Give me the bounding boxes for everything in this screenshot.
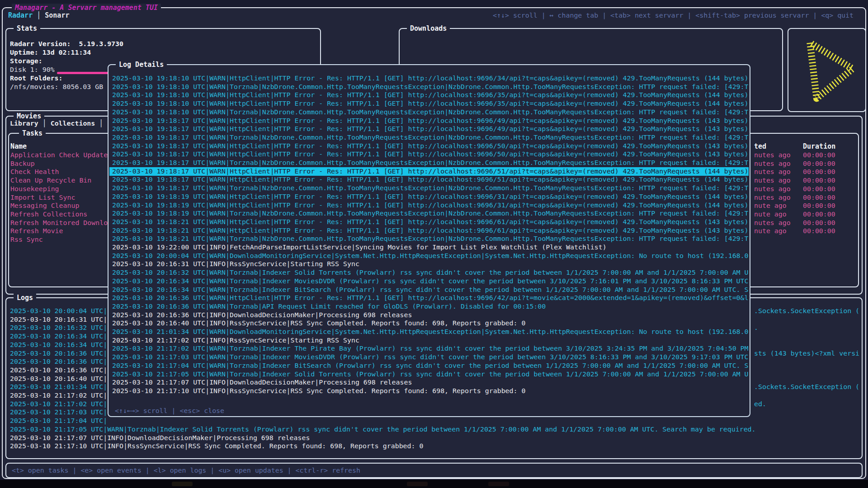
log-detail-row[interactable]: 2025-03-10 21:17:04 UTC|WARN|Torznab|Ind… <box>112 361 748 370</box>
log-row[interactable]: 2025-03-10 20:16:40 UTC| <box>10 375 107 383</box>
taskbar-glow-icon <box>407 482 428 486</box>
stats-panel-title: Stats <box>14 24 40 33</box>
log-detail-row[interactable]: 2025-03-10 19:18:17 UTC|WARN|Torznab|Nzb… <box>112 133 748 142</box>
log-detail-row[interactable]: 2025-03-10 20:16:36 UTC|WARN|HttpClient|… <box>112 294 748 302</box>
log-row[interactable]: 2025-03-10 21:17:03 UTC| <box>10 408 107 417</box>
downloads-panel-title: Downloads <box>407 24 450 33</box>
stats-row: /nfs/movies: 8056.03 GB f <box>10 83 111 91</box>
log-detail-row[interactable]: 2025-03-10 20:16:40 UTC|INFO|RssSyncServ… <box>112 319 748 328</box>
log-row[interactable]: 2025-03-10 20:16:31 UTC| <box>10 315 107 324</box>
log-detail-row[interactable]: 2025-03-10 19:18:17 UTC|WARN|HttpClient|… <box>112 175 748 184</box>
log-detail-row[interactable]: 2025-03-10 20:16:34 UTC|WARN|Torznab|Ind… <box>112 286 748 294</box>
task-row[interactable]: Refresh Collections <box>10 210 87 219</box>
log-detail-row[interactable]: 2025-03-10 21:01:34 UTC|WARN|DownloadMon… <box>112 328 748 336</box>
tab-collections[interactable]: Collections <box>51 119 95 127</box>
task-duration-value: 00:00:00 <box>803 185 835 193</box>
log-row[interactable]: 2025-03-10 20:16:36 UTC| <box>10 349 107 358</box>
log-detail-row[interactable]: 2025-03-10 19:18:19 UTC|WARN|HttpClient|… <box>112 192 748 201</box>
stats-row: Disk 1: 90% <box>10 66 55 74</box>
task-last-executed-value: nutes ago <box>754 168 791 176</box>
log-row[interactable]: 2025-03-10 20:16:36 UTC| <box>10 366 107 375</box>
log-detail-row[interactable]: 2025-03-10 19:18:17 UTC|WARN|HttpClient|… <box>112 117 748 125</box>
log-detail-row[interactable]: 2025-03-10 20:16:36 UTC|INFO|DownloadDec… <box>112 311 748 319</box>
log-row[interactable]: 2025-03-10 21:17:10 UTC|INFO|RssSyncServ… <box>10 442 423 450</box>
managarr-logo-triangle-icon <box>794 33 862 106</box>
task-row[interactable]: Refresh Monitored Downloads <box>10 219 120 227</box>
task-row[interactable]: Messaging Cleanup <box>10 202 79 210</box>
tab-radarr[interactable]: Radarr <box>8 11 33 19</box>
terminal-window: Managarr - A Servarr management TUI Rada… <box>2 7 866 479</box>
tab-sonarr[interactable]: Sonarr <box>45 11 69 19</box>
log-detail-row[interactable]: 2025-03-10 19:18:19 UTC|WARN|HttpClient|… <box>112 201 748 210</box>
tasks-last-executed-header: ted <box>754 142 766 151</box>
log-detail-row[interactable]: 2025-03-10 19:22:00 UTC|INFO|FetchAndPar… <box>112 243 748 252</box>
task-last-executed-value: nute ago <box>754 210 787 219</box>
log-detail-row[interactable]: 2025-03-10 19:18:17 UTC|WARN|Torznab|Nzb… <box>112 159 748 167</box>
tab-separator <box>41 11 45 19</box>
taskbar-glow-icon <box>172 482 193 486</box>
stats-row: Radarr Version: 5.19.3.9730 <box>10 40 123 48</box>
task-duration-value: 00:00:00 <box>803 202 835 210</box>
log-detail-row[interactable]: 2025-03-10 19:18:21 UTC|WARN|HttpClient|… <box>112 218 748 226</box>
movies-tab-bar: Library │ Collections │ <box>10 119 103 128</box>
log-row[interactable]: 2025-03-10 21:17:07 UTC|INFO|DownloadDec… <box>10 434 310 442</box>
task-row[interactable]: Refresh Movie <box>10 227 63 235</box>
tab-library[interactable]: Library <box>10 119 38 127</box>
log-detail-row[interactable]: 2025-03-10 19:18:10 UTC|WARN|HttpClient|… <box>112 91 748 99</box>
header-keybinds: <↑↓> scroll | ↔ change tab | <tab> next … <box>493 11 854 20</box>
task-last-executed-value: nutes ago <box>754 151 791 160</box>
tab-separator <box>95 119 99 127</box>
log-detail-row[interactable]: 2025-03-10 20:16:36 UTC|WARN|Torznab|API… <box>112 302 748 311</box>
task-row[interactable]: Backup <box>10 160 35 168</box>
log-detail-row[interactable]: 2025-03-10 20:00:04 UTC|WARN|DownloadMon… <box>112 252 748 260</box>
task-duration-value: 00:00:00 <box>803 176 835 185</box>
task-row[interactable]: Housekeeping <box>10 185 59 193</box>
task-row[interactable]: Application Check Update <box>10 151 108 160</box>
log-detail-row[interactable]: 2025-03-10 19:18:19 UTC|WARN|Torznab|Nzb… <box>112 209 748 218</box>
task-duration-value: 00:00:00 <box>803 219 835 227</box>
log-row[interactable]: 2025-03-10 21:17:04 UTC| <box>10 417 107 425</box>
log-detail-row[interactable]: 2025-03-10 21:17:02 UTC|INFO|RssSyncServ… <box>112 336 748 345</box>
log-detail-row[interactable]: 2025-03-10 20:16:32 UTC|WARN|Torznab|Ind… <box>112 268 748 277</box>
log-detail-row[interactable]: 2025-03-10 19:18:21 UTC|WARN|HttpClient|… <box>112 226 748 235</box>
log-row-tail: sts (143 bytes)<?xml versi <box>754 349 859 358</box>
log-detail-row[interactable]: 2025-03-10 21:17:03 UTC|WARN|Torznab|Ind… <box>112 353 748 361</box>
task-row[interactable]: Import List Sync <box>10 193 75 202</box>
log-detail-row[interactable]: 2025-03-10 19:18:10 UTC|WARN|Torznab|Nzb… <box>112 83 748 91</box>
task-row[interactable]: Rss Sync <box>10 235 43 244</box>
log-detail-row[interactable]: 2025-03-10 19:18:17 UTC|WARN|HttpClient|… <box>112 142 748 150</box>
log-detail-row[interactable]: 2025-03-10 20:16:34 UTC|WARN|Torznab|Ind… <box>112 277 748 286</box>
log-detail-row[interactable]: 2025-03-10 19:18:21 UTC|WARN|Torznab|Nzb… <box>112 235 748 243</box>
log-detail-row[interactable]: 2025-03-10 21:17:05 UTC|WARN|Torznab|Ind… <box>112 370 748 379</box>
task-last-executed-value: nute ago <box>754 202 787 210</box>
log-row[interactable]: 2025-03-10 20:16:34 UTC| <box>10 341 107 349</box>
log-row[interactable]: 2025-03-10 21:17:05 UTC|WARN|Torznab|Ind… <box>10 425 756 434</box>
task-row[interactable]: Check Health <box>10 168 59 176</box>
log-detail-row-selected[interactable]: 2025-03-10 19:18:17 UTC|WARN|HttpClient|… <box>109 167 749 176</box>
log-detail-row[interactable]: 2025-03-10 21:17:02 UTC|WARN|Torznab|Ind… <box>112 344 748 353</box>
tasks-name-header: Name <box>10 142 27 151</box>
modal-keybinds: <↑↓←→> scroll | <esc> close <box>115 407 224 415</box>
log-detail-row[interactable]: 2025-03-10 21:17:07 UTC|INFO|DownloadDec… <box>112 378 748 387</box>
log-row[interactable]: 2025-03-10 20:00:04 UTC| <box>10 307 107 315</box>
log-detail-row[interactable]: 2025-03-10 19:18:17 UTC|WARN|Torznab|Nzb… <box>112 184 748 192</box>
log-row-tail: ed. <box>754 400 766 408</box>
task-duration-value: 00:00:00 <box>803 151 835 160</box>
log-row[interactable]: 2025-03-10 21:17:02 UTC| <box>10 400 107 408</box>
stats-row: Uptime: 13d 02:11:34 <box>10 48 91 57</box>
log-detail-row[interactable]: 2025-03-10 21:17:10 UTC|INFO|RssSyncServ… <box>112 387 748 395</box>
tasks-duration-header: Duration <box>803 142 835 151</box>
log-detail-row[interactable]: 2025-03-10 19:18:10 UTC|WARN|HttpClient|… <box>112 74 748 83</box>
log-detail-row[interactable]: 2025-03-10 19:18:10 UTC|WARN|HttpClient|… <box>112 99 748 108</box>
log-detail-row[interactable]: 2025-03-10 19:18:17 UTC|WARN|HttpClient|… <box>112 150 748 159</box>
log-detail-row[interactable]: 2025-03-10 19:18:17 UTC|WARN|HttpClient|… <box>112 125 748 133</box>
log-detail-row[interactable]: 2025-03-10 20:16:31 UTC|INFO|RssSyncServ… <box>112 260 748 268</box>
log-details-modal: Log Details 2025-03-10 19:18:10 UTC|WARN… <box>108 64 750 417</box>
log-detail-row[interactable]: 2025-03-10 19:18:10 UTC|WARN|Torznab|Nzb… <box>112 108 748 117</box>
task-row[interactable]: Clean Up Recycle Bin <box>10 176 91 185</box>
log-row[interactable]: 2025-03-10 20:16:34 UTC| <box>10 332 107 341</box>
log-row[interactable]: 2025-03-10 21:17:02 UTC| <box>10 391 107 400</box>
log-row[interactable]: 2025-03-10 20:16:36 UTC| <box>10 357 107 366</box>
log-row[interactable]: 2025-03-10 21:01:34 UTC| <box>10 383 107 391</box>
log-row[interactable]: 2025-03-10 20:16:32 UTC| <box>10 324 107 332</box>
